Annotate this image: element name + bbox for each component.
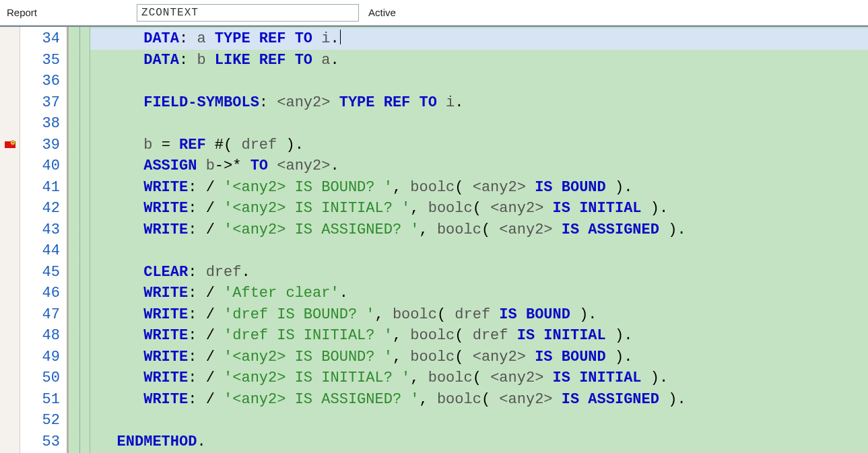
line-number[interactable]: 38 [20,113,67,135]
svg-point-2 [11,142,13,143]
line-number[interactable]: 51 [20,389,67,411]
code-line[interactable]: WRITE: / 'After clear'. [90,283,868,304]
line-number[interactable]: 37 [20,92,67,114]
line-number[interactable]: 52 [20,410,67,431]
line-number[interactable]: 44 [20,240,67,262]
code-line[interactable] [90,113,868,135]
line-number[interactable]: 42 [20,198,67,219]
line-number[interactable]: 47 [20,304,67,326]
code-line[interactable]: WRITE: / '<any2> IS ASSIGNED? ', boolc( … [90,389,868,411]
code-line[interactable]: WRITE: / 'dref IS BOUND? ', boolc( dref … [90,304,868,326]
code-line[interactable]: WRITE: / 'dref IS INITIAL? ', boolc( dre… [90,325,868,347]
breakpoint-column[interactable] [0,27,20,453]
line-number-gutter[interactable]: 3435363738394041424344454647484950515253 [20,27,69,453]
line-number[interactable]: 41 [20,177,67,199]
text-cursor [340,30,341,44]
code-line[interactable] [90,240,868,262]
program-name-value: ZCONTEXT [141,7,199,19]
line-number[interactable]: 40 [20,155,67,177]
line-number[interactable]: 53 [20,431,67,453]
line-number[interactable]: 45 [20,262,67,283]
code-line[interactable]: WRITE: / '<any2> IS INITIAL? ', boolc( <… [90,368,868,389]
line-number[interactable]: 43 [20,219,67,241]
line-number[interactable]: 49 [20,347,67,368]
line-number[interactable]: 46 [20,283,67,304]
code-line[interactable]: b = REF #( dref ). [90,135,868,156]
code-line[interactable]: DATA: b LIKE REF TO a. [90,50,868,71]
code-line[interactable]: WRITE: / '<any2> IS ASSIGNED? ', boolc( … [90,219,868,241]
program-name-input[interactable]: ZCONTEXT [137,4,359,22]
fold-guide [79,27,80,453]
fold-column[interactable] [69,27,90,453]
line-number[interactable]: 50 [20,368,67,389]
code-line[interactable]: ASSIGN b->* TO <any2>. [90,155,868,177]
code-area[interactable]: DATA: a TYPE REF TO i. DATA: b LIKE REF … [90,27,868,453]
line-number[interactable]: 34 [20,28,67,50]
code-line[interactable]: WRITE: / '<any2> IS BOUND? ', boolc( <an… [90,347,868,368]
line-number[interactable]: 39 [20,135,67,156]
line-number[interactable]: 36 [20,71,67,92]
line-number[interactable]: 48 [20,325,67,347]
header-bar: Report ZCONTEXT Active [0,0,868,26]
line-number[interactable]: 35 [20,50,67,71]
code-editor[interactable]: 3435363738394041424344454647484950515253… [0,26,868,453]
code-line[interactable]: CLEAR: dref. [90,262,868,283]
breakpoint-icon[interactable] [5,139,15,150]
code-line[interactable]: WRITE: / '<any2> IS INITIAL? ', boolc( <… [90,198,868,219]
code-line[interactable]: WRITE: / '<any2> IS BOUND? ', boolc( <an… [90,177,868,199]
code-line[interactable] [90,410,868,431]
code-line[interactable]: DATA: a TYPE REF TO i. [90,28,868,50]
code-line[interactable] [90,71,868,92]
code-line[interactable]: ENDMETHOD. [90,431,868,453]
code-line[interactable]: FIELD-SYMBOLS: <any2> TYPE REF TO i. [90,92,868,114]
program-status-label: Active [368,7,396,18]
program-type-label: Report [0,7,37,18]
